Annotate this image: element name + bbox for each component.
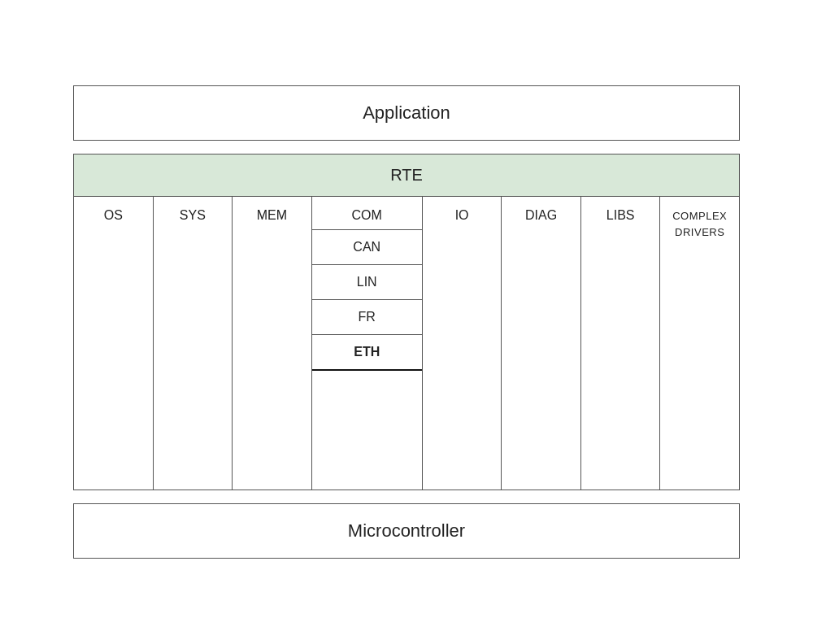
libs-label: LIBS — [606, 208, 635, 223]
rte-section: RTE OS SYS MEM COM CAN — [73, 154, 740, 490]
col-io: IO — [423, 197, 502, 490]
col-os: OS — [74, 197, 154, 490]
com-can: CAN — [312, 230, 422, 265]
col-libs: LIBS — [581, 197, 661, 490]
com-lin: LIN — [312, 265, 422, 300]
com-fr: FR — [312, 300, 422, 335]
microcontroller-label: Microcontroller — [348, 520, 465, 541]
col-diag: DIAG — [502, 197, 581, 490]
com-eth: ETH — [312, 335, 422, 371]
io-label: IO — [455, 208, 469, 223]
diagram-container: Application RTE OS SYS MEM COM — [73, 85, 740, 559]
rte-label: RTE — [390, 166, 423, 184]
com-sub-boxes: CAN LIN FR ETH — [312, 229, 422, 490]
mem-label: MEM — [257, 208, 287, 223]
complex-label: COMPLEXDRIVERS — [672, 208, 727, 240]
application-box: Application — [73, 85, 740, 141]
application-label: Application — [363, 102, 450, 123]
sys-label: SYS — [180, 208, 206, 223]
col-sys: SYS — [154, 197, 233, 490]
col-com: COM CAN LIN FR ETH — [312, 197, 423, 490]
col-mem: MEM — [233, 197, 312, 490]
com-label: COM — [312, 197, 422, 229]
inner-grid: OS SYS MEM COM CAN LIN FR ETH — [74, 197, 739, 490]
microcontroller-box: Microcontroller — [73, 503, 740, 559]
os-label: OS — [104, 208, 123, 223]
rte-header: RTE — [74, 154, 739, 197]
col-complex: COMPLEXDRIVERS — [660, 197, 739, 490]
diag-label: DIAG — [525, 208, 557, 223]
